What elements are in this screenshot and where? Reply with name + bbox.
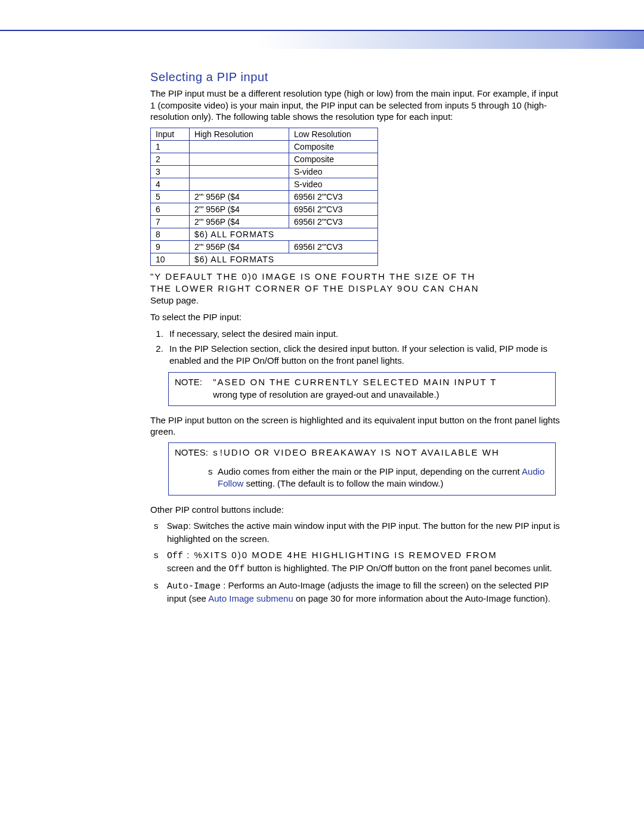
- cell-low: S-video: [289, 178, 378, 190]
- cell-low: 6956I 2'"CV3: [289, 215, 378, 228]
- off-label: Off: [167, 551, 183, 561]
- off-label-inline: Off: [228, 564, 244, 574]
- bullet-swap: s Swap: Switches the active main window …: [154, 520, 562, 544]
- bullet-s: s: [208, 466, 213, 478]
- wide-text-line: THE LOWER RIGHT CORNER OF THE DISPLAY 9O…: [150, 283, 479, 293]
- notes-box: NOTES: s !UDIO OR VIDEO BREAKAWAY IS NOT…: [168, 442, 556, 496]
- setup-page-text: Setup page.: [150, 295, 199, 305]
- note-label: NOTE:: [175, 376, 210, 388]
- wide-text-line: "Y DEFAULT THE 0)0 IMAGE IS ONE FOURTH T…: [150, 271, 475, 281]
- cell-low: 6956I 2'"CV3: [289, 190, 378, 203]
- cell-high: 2'" 956P ($4: [190, 203, 289, 215]
- cell-high: 2'" 956P ($4: [190, 190, 289, 203]
- table-row: 2Composite: [151, 153, 378, 165]
- control-bullets: s Swap: Switches the active main window …: [150, 520, 562, 604]
- after-note-paragraph: The PIP input button on the screen is hi…: [150, 414, 562, 438]
- swap-label: Swap: [167, 522, 188, 532]
- cell-input: 8: [151, 228, 190, 240]
- cell-low: 6956I 2'"CV3: [289, 203, 378, 215]
- resolution-table: Input High Resolution Low Resolution 1Co…: [150, 128, 378, 266]
- notes-label: NOTES:: [175, 447, 210, 459]
- auto-image-submenu-link[interactable]: Auto Image submenu: [208, 593, 293, 603]
- cell-low: Composite: [289, 140, 378, 153]
- other-controls-text: Other PIP control buttons include:: [150, 504, 562, 516]
- bullet-s: s: [154, 580, 159, 592]
- wide-text-line: "ASED ON THE CURRENTLY SELECTED MAIN INP…: [213, 377, 497, 387]
- note-line: wrong type of resolution are grayed-out …: [213, 389, 439, 400]
- cell-input: 4: [151, 178, 190, 190]
- bullet-s: s: [154, 549, 159, 561]
- cell-high: 2'" 956P ($4: [190, 215, 289, 228]
- swap-text: : Switches the active main window input …: [167, 521, 560, 544]
- note-body: "ASED ON THE CURRENTLY SELECTED MAIN INP…: [213, 376, 535, 401]
- table-row: 1Composite: [151, 140, 378, 153]
- notes-item-text: setting. (The default is to follow the m…: [246, 478, 444, 488]
- cell-low: S-video: [289, 165, 378, 178]
- cell-span: $6) ALL FORMATS: [190, 253, 378, 265]
- default-text: "Y DEFAULT THE 0)0 IMAGE IS ONE FOURTH T…: [150, 271, 562, 307]
- cell-input: 5: [151, 190, 190, 203]
- header-gradient-bar: [0, 30, 644, 49]
- page-content: Selecting a PIP input The PIP input must…: [0, 49, 562, 604]
- bullet-s: s: [213, 447, 220, 457]
- cell-input: 2: [151, 153, 190, 165]
- table-row: 3S-video: [151, 165, 378, 178]
- to-select-text: To select the PIP input:: [150, 311, 562, 323]
- table-row: 4S-video: [151, 178, 378, 190]
- cell-input: 6: [151, 203, 190, 215]
- step-item: In the PIP Selection section, click the …: [166, 343, 562, 366]
- table-row: 92'" 956P ($46956I 2'"CV3: [151, 240, 378, 253]
- table-row: 8$6) ALL FORMATS: [151, 228, 378, 240]
- cell-low: Composite: [289, 153, 378, 165]
- table-row: 52'" 956P ($46956I 2'"CV3: [151, 190, 378, 203]
- cell-input: 9: [151, 240, 190, 253]
- notes-item-text: Audio comes from either the main or the …: [218, 466, 522, 476]
- cell-input: 7: [151, 215, 190, 228]
- wide-text-line: !UDIO OR VIDEO BREAKAWAY IS NOT AVAILABL…: [220, 447, 500, 457]
- cell-span: $6) ALL FORMATS: [190, 228, 378, 240]
- off-text-wide: : %XITS 0)0 MODE 4HE HIGHLIGHTING IS REM…: [183, 550, 497, 560]
- table-row: 72'" 956P ($46956I 2'"CV3: [151, 215, 378, 228]
- bullet-s: s: [154, 520, 159, 532]
- cell-high: [190, 165, 289, 178]
- bullet-auto-image: s Auto-Image : Performs an Auto-Image (a…: [154, 580, 562, 604]
- auto-image-label: Auto-Image: [167, 581, 221, 592]
- section-heading: Selecting a PIP input: [150, 70, 562, 84]
- table-row: 10$6) ALL FORMATS: [151, 253, 378, 265]
- cell-high: [190, 153, 289, 165]
- cell-input: 3: [151, 165, 190, 178]
- step-item: If necessary, select the desired main in…: [166, 328, 562, 340]
- th-input: Input: [151, 128, 190, 140]
- cell-input: 10: [151, 253, 190, 265]
- off-text: button is highlighted. The PIP On/Off bu…: [244, 563, 552, 573]
- cell-high: [190, 178, 289, 190]
- auto-image-text: on page 30 for more information about th…: [293, 593, 550, 603]
- intro-paragraph: The PIP input must be a different resolu…: [150, 88, 562, 123]
- note-box: NOTE: "ASED ON THE CURRENTLY SELECTED MA…: [168, 372, 556, 406]
- cell-high: [190, 140, 289, 153]
- bullet-off: s Off : %XITS 0)0 MODE 4HE HIGHLIGHTING …: [154, 549, 562, 575]
- cell-input: 1: [151, 140, 190, 153]
- th-high: High Resolution: [190, 128, 289, 140]
- cell-low: 6956I 2'"CV3: [289, 240, 378, 253]
- off-text: screen and the: [167, 563, 228, 573]
- steps-list: If necessary, select the desired main in…: [150, 328, 562, 367]
- cell-high: 2'" 956P ($4: [190, 240, 289, 253]
- table-row: 62'" 956P ($46956I 2'"CV3: [151, 203, 378, 215]
- notes-body: s !UDIO OR VIDEO BREAKAWAY IS NOT AVAILA…: [213, 447, 535, 459]
- th-low: Low Resolution: [289, 128, 378, 140]
